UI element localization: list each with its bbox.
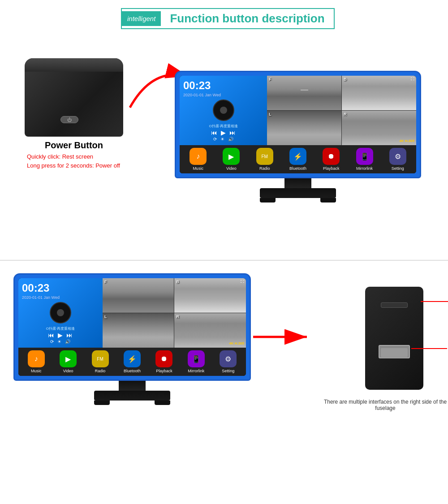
album-art-bottom — [50, 302, 71, 323]
music-icon: ♪ — [190, 148, 207, 165]
prev-btn[interactable]: ⏮ — [211, 129, 217, 136]
loop-btn-bottom[interactable]: ⟳ — [50, 339, 54, 344]
cam-front-bottom: F — [103, 278, 174, 313]
music-label-b: Music — [31, 369, 42, 373]
cam-left: L — [267, 111, 341, 145]
power-button-label: Power Button — [25, 140, 123, 151]
monitor-screen-bottom: 00:23 2020-01-01 Jan Wed O扑露·再度重相逢 ⏮ ▶ ⏭… — [18, 278, 246, 376]
cam-back: B ⛶ — [342, 76, 416, 110]
album-center — [220, 107, 227, 114]
monitor-stand-top — [175, 178, 421, 202]
music-label: Music — [193, 166, 203, 171]
mirrorlink-label-b: Mirrorlink — [188, 369, 204, 373]
video-icon-b: ▶ — [60, 350, 77, 367]
play-btn[interactable]: ▶ — [221, 129, 226, 136]
app-btn-video-b[interactable]: ▶ Video — [57, 350, 79, 373]
monitor-top: 00:23 2020-01-01 Jan Wed O扑露·再度重相逢 ⏮ ▶ ⏭… — [175, 71, 421, 202]
setting-label-b: Setting — [222, 369, 234, 373]
app-btn-playback[interactable]: ⏺ Playback — [320, 148, 342, 171]
resolution-badge-top: 4K H.265 — [399, 136, 414, 144]
cam-front: F — [267, 76, 341, 110]
radio-label: Radio — [259, 166, 270, 171]
album-center-bottom — [57, 309, 64, 316]
playback-controls: ⏮ ▶ ⏭ — [183, 129, 263, 136]
camera-grid-bottom: F B ⛶ L R 4K H.265 — [103, 278, 246, 348]
mirrorlink-icon-b: 📱 — [188, 350, 205, 367]
stand-neck-bottom — [119, 381, 146, 391]
playback-icon-b: ⏺ — [155, 350, 172, 367]
mirrorlink-icon: 📱 — [356, 148, 373, 165]
cam-label-b: B — [344, 77, 347, 82]
next-btn-bottom[interactable]: ⏭ — [66, 332, 73, 339]
cam-label-f: F — [269, 77, 271, 82]
monitor-stand-bottom — [13, 381, 251, 405]
playback-icon: ⏺ — [323, 148, 340, 165]
fullscreen-icon-top: ⛶ — [411, 77, 414, 81]
radio-icon-b: FM — [92, 350, 109, 367]
app-btn-music[interactable]: ♪ Music — [187, 148, 209, 171]
play-btn-bottom[interactable]: ▶ — [58, 332, 63, 339]
cam-label-l-bottom: L — [104, 314, 107, 319]
bluetooth-icon-b: ⚡ — [124, 350, 141, 367]
arrow-right — [251, 329, 314, 345]
app-btn-bluetooth-b[interactable]: ⚡ Bluetooth — [121, 350, 143, 373]
monitor-frame-top: 00:23 2020-01-01 Jan Wed O扑露·再度重相逢 ⏮ ▶ ⏭… — [175, 71, 421, 178]
cam-label-f-bottom: F — [104, 280, 107, 284]
next-btn[interactable]: ⏭ — [229, 129, 236, 136]
song-title: O扑露·再度重相逢 — [183, 124, 263, 129]
brightness-btn[interactable]: ☀ — [220, 137, 224, 142]
tf-card-slot — [381, 302, 408, 308]
screen-top-area: 00:23 2020-01-01 Jan Wed O扑露·再度重相逢 ⏮ ▶ ⏭… — [180, 76, 416, 145]
prev-btn-bottom[interactable]: ⏮ — [48, 332, 54, 339]
app-btn-mirrorlink-b[interactable]: 📱 Mirrorlink — [185, 350, 207, 373]
power-icon: ⏻ — [67, 117, 72, 122]
resolution-text-bottom: 4K H.265 — [229, 341, 244, 345]
header-intelligent-label: intelligent — [122, 11, 161, 26]
cam-left-bottom: L — [103, 313, 174, 348]
screen-left-panel: 00:23 2020-01-01 Jan Wed O扑露·再度重相逢 ⏮ ▶ ⏭… — [180, 76, 267, 145]
screen-time: 00:23 — [183, 79, 263, 92]
resolution-badge-bottom: 4K H.265 — [229, 338, 244, 346]
screen-left-panel-bottom: 00:23 2020-01-01 Jan Wed O扑露·再度重相逢 ⏮ ▶ ⏭… — [18, 278, 103, 348]
header-title: Function button description — [161, 9, 333, 28]
cam-back-bottom: B ⛶ — [174, 278, 246, 313]
app-btn-playback-b[interactable]: ⏺ Playback — [153, 350, 175, 373]
usb-line — [411, 348, 447, 349]
app-btn-video[interactable]: ▶ Video — [220, 148, 242, 171]
cam-label-b-bottom: B — [176, 280, 179, 284]
loop-btn[interactable]: ⟳ — [213, 137, 217, 142]
resolution-text-top: 4K H.265 — [399, 139, 414, 143]
volume-btn-bottom[interactable]: 🔊 — [65, 339, 70, 344]
app-btn-radio[interactable]: FM Radio — [254, 148, 276, 171]
side-device-body — [365, 287, 423, 390]
album-art — [213, 99, 234, 121]
app-btn-bluetooth[interactable]: ⚡ Bluetooth — [287, 148, 309, 171]
stand-foot-left-top — [260, 198, 276, 202]
screen-date: 2020-01-01 Jan Wed — [183, 93, 263, 97]
playback-controls2-bottom: ⟳ ☀ 🔊 — [22, 339, 99, 344]
side-device-section: TF card USB interface There are multiple… — [358, 287, 430, 411]
video-icon: ▶ — [223, 148, 240, 165]
app-btn-music-b[interactable]: ♪ Music — [25, 350, 47, 373]
cam-label-r: R — [344, 112, 347, 116]
cam-right: R 4K H.265 — [342, 111, 416, 145]
setting-icon-b: ⚙ — [220, 350, 237, 367]
app-btn-radio-b[interactable]: FM Radio — [89, 350, 112, 373]
screen-date-bottom: 2020-01-01 Jan Wed — [22, 295, 99, 300]
volume-btn[interactable]: 🔊 — [228, 137, 233, 142]
app-btn-mirrorlink[interactable]: 📱 Mirrorlink — [353, 148, 376, 171]
tf-label-group: TF card — [421, 298, 448, 305]
app-btn-setting[interactable]: ⚙ Setting — [387, 148, 409, 171]
radio-icon: FM — [256, 148, 273, 165]
camera-grid-top: F B ⛶ L R 4K H.265 — [267, 76, 416, 145]
stand-base-bottom — [94, 391, 170, 401]
app-btn-setting-b[interactable]: ⚙ Setting — [217, 350, 239, 373]
setting-label: Setting — [392, 166, 404, 171]
brightness-btn-bottom[interactable]: ☀ — [57, 339, 61, 344]
power-button-indicator: ⏻ — [60, 116, 78, 123]
fuselage-caption: There are multiple interfaces on the rig… — [323, 399, 448, 411]
monitor-screen-top: 00:23 2020-01-01 Jan Wed O扑露·再度重相逢 ⏮ ▶ ⏭… — [180, 76, 416, 173]
song-title-bottom: O扑露·再度重相逢 — [22, 326, 99, 331]
cam-right-bottom: R 4K H.265 — [174, 313, 246, 348]
usb-label-group: USB interface — [411, 345, 448, 352]
